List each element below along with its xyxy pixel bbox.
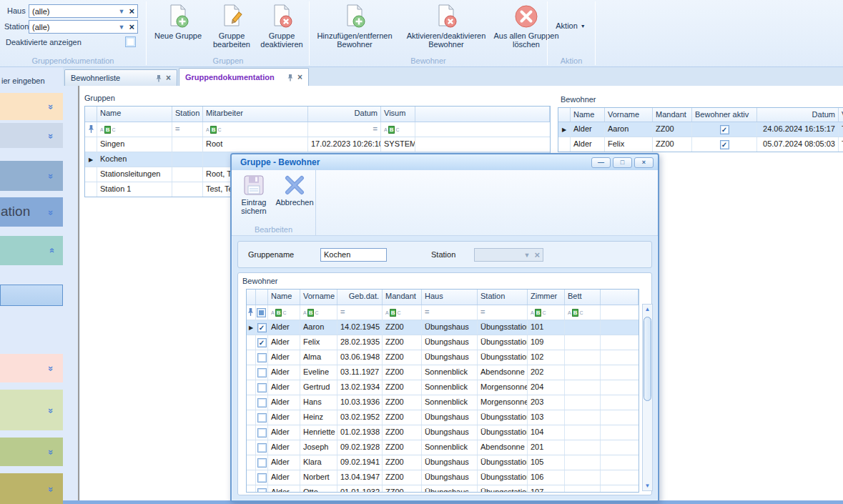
column-header-datum[interactable]: Datum [308, 107, 381, 122]
dialog-bewohner-row[interactable]: Alder Joseph 09.02.1928 ZZ00 Sonnenblick… [247, 440, 639, 455]
sidebar-search-text[interactable]: ier eingeben [1, 76, 45, 85]
station-combo[interactable]: (alle) ▼ × [29, 20, 138, 34]
filter-pin-icon[interactable] [85, 122, 97, 137]
column-header-zimmer[interactable]: Zimmer [528, 290, 565, 305]
column-header-mandant[interactable]: Mandant [653, 108, 692, 122]
clear-icon[interactable]: × [127, 7, 134, 15]
gruppen-table-row[interactable]: Singen Root 17.02.2023 10:26:10 SYSTEM [85, 137, 550, 152]
dialog-bewohner-row[interactable]: Alder Klara 09.02.1941 ZZ00 Übungshaus Ü… [247, 455, 639, 470]
close-button[interactable]: × [634, 157, 654, 168]
check-all-checkbox[interactable] [256, 305, 268, 320]
equals-filter-cell[interactable]: = [308, 122, 381, 137]
text-filter-cell[interactable]: ABC [203, 122, 308, 137]
column-header-haus[interactable]: Haus [422, 290, 478, 305]
sidebar-item-7[interactable]: » [0, 390, 63, 430]
sidebar-item-9[interactable]: » [0, 473, 63, 504]
equals-filter-cell[interactable]: = [422, 305, 478, 320]
dialog-bewohner-row[interactable]: ▶ ✓ Alder Aaron 14.02.1945 ZZ00 Übungsha… [247, 320, 639, 335]
row-checkbox[interactable] [257, 473, 267, 483]
aktion-dropdown-button[interactable]: Aktion ▼ [551, 17, 591, 34]
bewohner-table-row[interactable]: ▶ Alder Aaron ZZ00 ✓ 24.06.2024 16:15:17… [558, 122, 843, 137]
column-header-mitarbeiter[interactable]: Mitarbeiter [203, 107, 308, 122]
column-header-bewohner-aktiv[interactable]: Bewohner aktiv [692, 108, 757, 122]
hinzufuegen-entfernen-bewohner-button[interactable]: Hinzufügen/entfernen Bewohner [310, 4, 399, 49]
gruppe-bearbeiten-button[interactable]: Gruppe bearbeiten [209, 4, 255, 49]
column-header-station[interactable]: Station [172, 107, 203, 122]
minimize-button[interactable]: — [591, 157, 611, 168]
row-checkbox[interactable] [257, 383, 267, 392]
column-header-bett[interactable]: Bett [565, 290, 601, 305]
chevron-down-icon[interactable]: ▼ [115, 8, 127, 15]
text-filter-cell[interactable]: ABC [300, 305, 337, 320]
row-checkbox[interactable] [257, 488, 267, 493]
column-header-datum[interactable]: Datum [757, 108, 839, 122]
text-filter-cell[interactable]: ABC [528, 305, 565, 320]
dialog-bewohner-row[interactable]: Alder Otto 01.01.1932 ZZ00 Übungshaus Üb… [247, 485, 639, 493]
dialog-bewohner-row[interactable]: Alder Alma 03.06.1948 ZZ00 Übungshaus Üb… [247, 350, 639, 365]
tab-gruppendokumentation[interactable]: Gruppendokumentation × [179, 68, 309, 86]
text-filter-cell[interactable]: ABC [383, 305, 422, 320]
row-checkbox[interactable] [257, 428, 267, 438]
chevron-down-icon[interactable]: ▼ [115, 24, 127, 31]
filter-pin-icon[interactable] [247, 305, 256, 320]
row-checkbox[interactable] [257, 353, 267, 362]
sidebar-item-2[interactable]: » [0, 161, 63, 191]
sidebar-item-5[interactable] [0, 285, 63, 306]
aktiv-checkbox[interactable]: ✓ [720, 125, 729, 134]
sidebar-item-6[interactable]: » [0, 354, 63, 382]
bewohner-table-row[interactable]: Alder Felix ZZ00 ✓ 05.07.2024 08:05:03 T [558, 137, 843, 152]
aktiv-checkbox[interactable]: ✓ [720, 140, 729, 149]
row-checkbox[interactable]: ✓ [257, 338, 267, 347]
column-header-name[interactable]: Name [97, 107, 172, 122]
column-header-name[interactable]: Name [268, 290, 300, 305]
sidebar-item-0[interactable]: » [0, 93, 63, 120]
clear-icon[interactable]: × [127, 23, 134, 31]
dialog-bewohner-row[interactable]: Alder Henriette 01.02.1938 ZZ00 Übungsha… [247, 425, 639, 440]
abbrechen-button[interactable]: Abbrechen [273, 174, 316, 207]
row-checkbox[interactable] [257, 398, 267, 407]
deaktivierte-checkbox[interactable] [125, 36, 136, 47]
row-checkbox[interactable] [257, 413, 267, 423]
dialog-titlebar[interactable]: Gruppe - Bewohner — □ × [232, 154, 658, 170]
checkbox-column-header[interactable] [256, 290, 268, 305]
column-header-mandant[interactable]: Mandant [383, 290, 422, 305]
vertical-scrollbar[interactable]: ▲ ▼ [642, 304, 653, 491]
neue-gruppe-button[interactable]: Neue Gruppe [149, 4, 207, 40]
text-filter-cell[interactable]: ABC [565, 305, 601, 320]
column-header-vorname[interactable]: Vorname [300, 290, 337, 305]
text-filter-cell[interactable]: ABC [268, 305, 300, 320]
dialog-bewohner-row[interactable]: Alder Gertrud 13.02.1934 ZZ00 Sonnenblic… [247, 380, 639, 395]
sidebar-item-1[interactable]: » [0, 123, 63, 148]
row-checkbox[interactable]: ✓ [257, 323, 267, 332]
text-filter-cell[interactable]: ABC [381, 122, 415, 137]
sidebar-item-4[interactable]: » [0, 236, 63, 265]
eintrag-sichern-button[interactable]: Eintrag sichern [235, 174, 273, 215]
scroll-down-icon[interactable]: ▼ [645, 481, 651, 490]
pin-icon[interactable] [155, 74, 162, 82]
column-header-name[interactable]: Name [571, 108, 605, 122]
dialog-bewohner-row[interactable]: Alder Heinz 03.02.1952 ZZ00 Übungshaus Ü… [247, 410, 639, 425]
haus-combo[interactable]: (alle) ▼ × [29, 4, 138, 18]
gruppe-deaktivieren-button[interactable]: Gruppe deaktivieren [257, 4, 307, 49]
sidebar-item-8[interactable]: » [0, 438, 63, 466]
text-filter-cell[interactable]: ABC [97, 122, 172, 137]
column-header-visum[interactable]: Visum [381, 107, 415, 122]
equals-filter-cell[interactable]: = [337, 305, 383, 320]
gruppename-input[interactable]: Kochen [320, 248, 387, 262]
column-header-gebdat[interactable]: Geb.dat. [337, 290, 383, 305]
aktivieren-deaktivieren-bewohner-button[interactable]: Aktivieren/deaktivieren Bewohner [399, 4, 493, 49]
row-checkbox[interactable] [257, 368, 267, 377]
pin-icon[interactable] [287, 74, 294, 81]
close-icon[interactable]: × [166, 74, 171, 81]
close-icon[interactable]: × [297, 74, 302, 81]
scroll-up-icon[interactable]: ▲ [645, 305, 651, 314]
dialog-bewohner-row[interactable]: Alder Norbert 13.04.1947 ZZ00 Übungshaus… [247, 470, 639, 485]
sidebar-item-3[interactable]: ation» [0, 197, 63, 227]
equals-filter-cell[interactable]: = [172, 122, 203, 137]
maximize-button[interactable]: □ [613, 157, 632, 168]
column-header-vorname[interactable]: Vorname [605, 108, 653, 122]
splitter-handle[interactable] [78, 86, 79, 504]
tab-bewohnerliste[interactable]: Bewohnerliste × [64, 69, 177, 86]
row-checkbox[interactable] [257, 458, 267, 468]
dialog-bewohner-row[interactable]: Alder Eveline 03.11.1927 ZZ00 Sonnenblic… [247, 365, 639, 380]
